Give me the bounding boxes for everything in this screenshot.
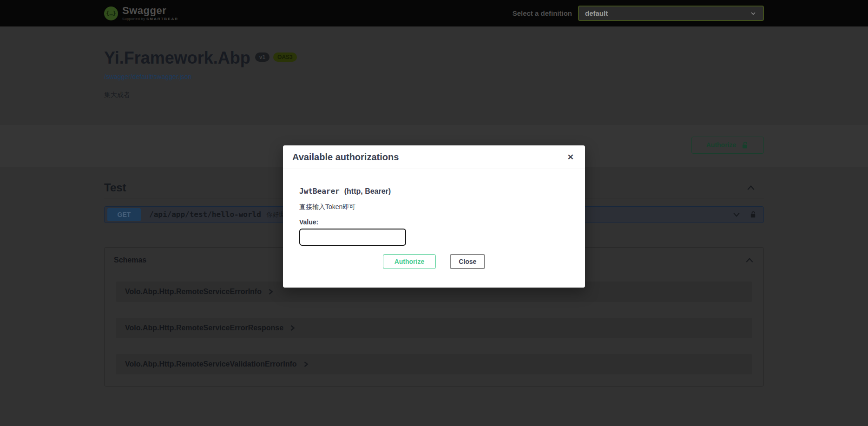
operation-path: /api/app/test/hello-world <box>149 210 261 219</box>
unlock-icon <box>741 141 749 149</box>
page-title: Yi.Framework.Abp <box>104 49 250 67</box>
swagger-logo[interactable]: {…} Swagger Supported by SMARTBEAR <box>104 6 178 21</box>
auth-modal: Available authorizations ✕ JwtBearer (ht… <box>283 145 585 288</box>
chevron-up-icon[interactable] <box>745 257 754 263</box>
schemas-title: Schemas <box>114 256 146 264</box>
schema-name: Volo.Abp.Http.RemoteServiceValidationErr… <box>125 360 297 368</box>
api-info-section: Yi.Framework.Abp v1 OAS3 /swagger/defaul… <box>95 26 773 125</box>
swagger-logo-icon: {…} <box>104 7 118 20</box>
schema-name: Volo.Abp.Http.RemoteServiceErrorResponse <box>125 324 283 332</box>
braces-glyph: {…} <box>106 10 116 17</box>
chevron-down-icon[interactable] <box>732 211 741 217</box>
schema-row[interactable]: Volo.Abp.Http.RemoteServiceValidationErr… <box>116 354 752 374</box>
schema-row[interactable]: Volo.Abp.Http.RemoteServiceErrorResponse <box>116 318 752 338</box>
definition-select-value: default <box>585 9 608 17</box>
chevron-right-icon <box>268 288 273 295</box>
definition-select[interactable]: default <box>578 6 764 21</box>
brand-text: Swagger <box>122 6 178 16</box>
modal-close-button[interactable]: ✕ <box>566 152 576 162</box>
spec-link[interactable]: /swagger/default/swagger.json <box>104 73 191 80</box>
chevron-right-icon <box>290 325 295 331</box>
oas3-badge: OAS3 <box>273 52 297 62</box>
modal-authorize-button[interactable]: Authorize <box>383 254 436 269</box>
modal-close-btn[interactable]: Close <box>450 254 485 269</box>
select-definition-label: Select a definition <box>513 9 572 17</box>
topbar: {…} Swagger Supported by SMARTBEAR Selec… <box>0 0 868 26</box>
authorize-button[interactable]: Authorize <box>691 137 764 154</box>
supported-by-label: Supported by <box>122 17 145 21</box>
scheme-name: JwtBearer <box>299 187 340 196</box>
tag-title: Test <box>104 181 126 194</box>
schema-name: Volo.Abp.Http.RemoteServiceErrorInfo <box>125 288 262 296</box>
auth-modal-content: JwtBearer (http, Bearer) 直接输入Token即可 Val… <box>283 169 585 288</box>
value-label: Value: <box>299 218 569 226</box>
token-value-input[interactable] <box>299 229 406 246</box>
api-description: 集大成者 <box>104 91 764 99</box>
method-badge: GET <box>107 208 141 221</box>
scheme-type: (http, Bearer) <box>344 187 391 196</box>
chevron-right-icon <box>303 361 309 367</box>
auth-modal-header: Available authorizations ✕ <box>283 145 585 169</box>
chevron-down-icon <box>750 10 757 17</box>
close-icon: ✕ <box>567 153 574 162</box>
authorize-button-label: Authorize <box>706 141 736 149</box>
smartbear-label: SMARTBEAR <box>146 17 178 21</box>
modal-title: Available authorizations <box>292 152 566 163</box>
version-badge: v1 <box>255 52 270 62</box>
scheme-description: 直接输入Token即可 <box>299 203 569 211</box>
chevron-up-icon[interactable] <box>746 184 756 191</box>
lock-icon[interactable] <box>749 210 757 218</box>
supported-by-text: Supported by SMARTBEAR <box>122 17 178 21</box>
